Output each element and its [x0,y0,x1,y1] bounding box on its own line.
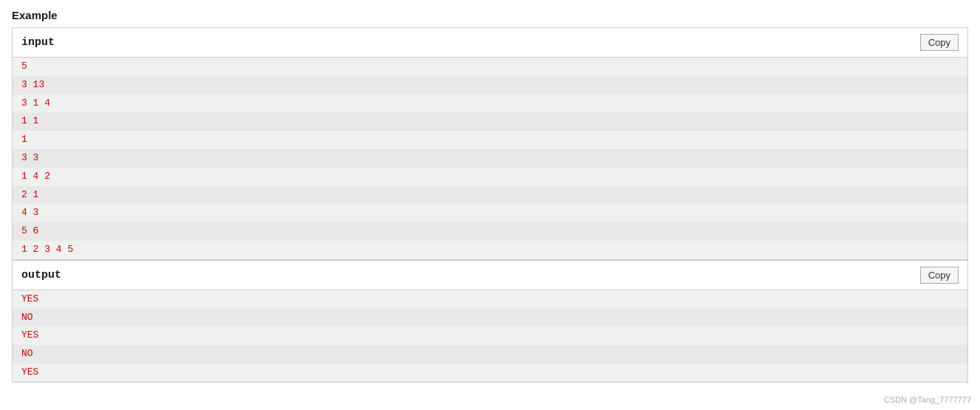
input-line: 3 1 4 [13,95,967,113]
output-line: NO [13,345,967,363]
input-line: 1 4 2 [13,168,967,186]
input-content: 53 133 1 41 113 31 4 22 14 35 61 2 3 4 5 [13,58,967,259]
input-section: input Copy 53 133 1 41 113 31 4 22 14 35… [12,27,968,260]
output-line: NO [13,309,967,327]
input-line: 1 [13,131,967,149]
input-line: 4 3 [13,204,967,222]
input-line: 3 3 [13,149,967,168]
input-line: 5 6 [13,222,967,241]
input-line: 1 2 3 4 5 [13,241,967,259]
output-line: YES [13,290,967,309]
watermark: CSDN @Tang_7777777 [884,395,971,404]
output-line: YES [13,327,967,345]
input-line: 3 13 [13,76,967,95]
output-section-header: output Copy [13,261,967,290]
input-line: 5 [13,58,967,76]
output-label: output [21,269,61,281]
output-content: YESNOYESNOYES [13,290,967,382]
input-copy-button[interactable]: Copy [920,34,959,51]
output-copy-button[interactable]: Copy [920,267,959,284]
input-line: 1 1 [13,112,967,131]
input-label: input [21,36,55,49]
output-line: YES [13,363,967,382]
example-title: Example [12,9,968,21]
output-section: output Copy YESNOYESNOYES [12,260,968,383]
input-line: 2 1 [13,186,967,205]
input-section-header: input Copy [13,28,967,58]
